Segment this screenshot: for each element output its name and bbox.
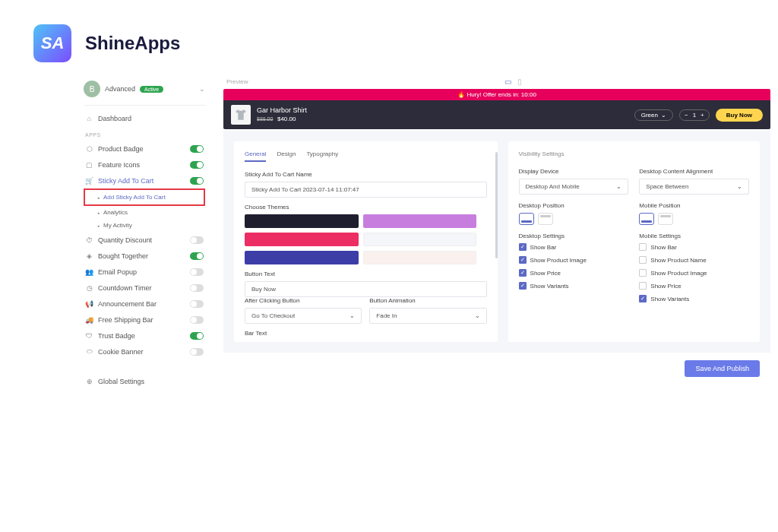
- checkbox[interactable]: ✓: [639, 295, 647, 302]
- check-item[interactable]: ✓Show Price: [519, 269, 629, 277]
- nav-icon: ⬡: [85, 144, 93, 153]
- theme-swatch[interactable]: [245, 214, 359, 228]
- toggle[interactable]: [190, 300, 204, 308]
- nav-global-settings[interactable]: ⊕ Global Settings: [84, 373, 205, 389]
- theme-swatch[interactable]: [245, 233, 359, 246]
- toggle[interactable]: [190, 316, 204, 324]
- checkbox[interactable]: ✓: [519, 243, 527, 251]
- checkbox[interactable]: [639, 243, 647, 251]
- nav-icon: ◈: [85, 252, 93, 260]
- variant-value: Green: [641, 112, 658, 119]
- visibility-title: Visibility Settings: [519, 150, 749, 157]
- promo-banner: 🔥 Hury! Offer ends in: 10:00: [223, 89, 770, 100]
- buy-now-button[interactable]: Buy Now: [716, 109, 763, 122]
- check-item[interactable]: Show Bar: [639, 243, 749, 251]
- dot-icon: ●: [97, 211, 100, 215]
- chevron-down-icon: ⌄: [661, 112, 666, 119]
- nav-item[interactable]: ◷Countdown Timer: [84, 280, 205, 296]
- nav-icon: ◷: [85, 283, 93, 292]
- anim-select[interactable]: Fade In ⌄: [369, 308, 486, 324]
- name-input[interactable]: [245, 182, 487, 198]
- pos-bottom[interactable]: [519, 213, 534, 225]
- nav-subitem[interactable]: ●Add Sticky Add To Cart: [84, 188, 205, 206]
- desktop-icon[interactable]: ▭: [504, 78, 511, 86]
- button-text-input[interactable]: [245, 281, 487, 297]
- preview-label: Preview: [226, 78, 248, 85]
- nav-item[interactable]: 📢Announcement Bar: [84, 296, 205, 312]
- dot-icon: ●: [97, 195, 100, 200]
- toggle[interactable]: [190, 161, 204, 169]
- nav-item[interactable]: ⏱Quantity Discount: [84, 232, 205, 248]
- nav-item[interactable]: ◈Bought Together: [84, 248, 205, 264]
- pos-top[interactable]: [538, 213, 553, 225]
- theme-swatch[interactable]: [363, 233, 477, 246]
- theme-swatch[interactable]: [245, 251, 359, 264]
- nav-label: Feature Icons: [98, 161, 140, 169]
- nav-item[interactable]: ▢Feature Icons: [84, 157, 205, 173]
- checkbox[interactable]: ✓: [519, 282, 527, 290]
- minus-icon[interactable]: −: [685, 112, 688, 119]
- theme-swatch[interactable]: [363, 251, 477, 264]
- check-item[interactable]: Show Product Name: [639, 256, 749, 264]
- sticky-cart-preview: Gar Harbor Shirt $88.00 $40.00 Green ⌄ −…: [223, 100, 770, 129]
- display-device-select[interactable]: Desktop And Mobile ⌄: [519, 179, 629, 195]
- mobile-settings-label: Mobile Settings: [639, 233, 749, 239]
- save-publish-button[interactable]: Save And Publish: [685, 360, 760, 377]
- plus-icon[interactable]: +: [701, 112, 704, 119]
- home-icon: ⌂: [85, 114, 93, 122]
- check-item[interactable]: ✓Show Bar: [519, 243, 629, 251]
- check-item[interactable]: Show Product Image: [639, 269, 749, 277]
- toggle[interactable]: [190, 145, 204, 153]
- page-header: SA ShineApps: [0, 0, 778, 78]
- settings-tabs: General Design Typography: [245, 150, 487, 162]
- toggle[interactable]: [190, 177, 204, 185]
- toggle[interactable]: [190, 252, 204, 260]
- themes-label: Choose Themes: [245, 204, 487, 211]
- tab-general[interactable]: General: [245, 150, 266, 162]
- nav-item[interactable]: ⬡Product Badge: [84, 141, 205, 157]
- theme-swatches: [245, 214, 487, 264]
- content-align-label: Desktop Content Alignment: [639, 168, 749, 175]
- check-item[interactable]: Show Price: [639, 282, 749, 290]
- after-click-label: After Clicking Button: [245, 297, 362, 304]
- mobile-icon[interactable]: ▯: [517, 78, 522, 86]
- tab-design[interactable]: Design: [277, 150, 296, 162]
- content-align-select[interactable]: Space Between ⌄: [639, 179, 749, 195]
- toggle[interactable]: [190, 268, 204, 276]
- toggle[interactable]: [190, 332, 204, 340]
- quantity-stepper[interactable]: − 1 +: [679, 109, 710, 121]
- check-item[interactable]: ✓Show Variants: [639, 295, 749, 302]
- after-click-select[interactable]: Go To Checkout ⌄: [245, 308, 362, 324]
- nav-subitem[interactable]: ●Analytics: [84, 206, 205, 219]
- scrollbar[interactable]: [495, 152, 498, 258]
- variant-select[interactable]: Green ⌄: [634, 109, 673, 121]
- nav-item[interactable]: 🛡Trust Badge: [84, 328, 205, 344]
- nav-item[interactable]: ⬭Cookie Banner: [84, 344, 205, 359]
- checkbox[interactable]: [639, 269, 647, 277]
- preview-header: Preview ▭ ▯: [223, 78, 770, 89]
- toggle[interactable]: [190, 284, 204, 292]
- nav-subitem[interactable]: ●My Activity: [84, 219, 205, 232]
- check-item[interactable]: ✓Show Variants: [519, 282, 629, 290]
- check-label: Show Price: [650, 283, 681, 290]
- pos-bottom[interactable]: [639, 213, 654, 225]
- footer: Save And Publish: [223, 353, 770, 377]
- tab-typography[interactable]: Typography: [306, 150, 338, 162]
- pos-top[interactable]: [658, 213, 673, 225]
- toggle[interactable]: [190, 236, 204, 244]
- theme-swatch[interactable]: [363, 214, 477, 228]
- toggle[interactable]: [190, 348, 204, 356]
- subitem-label: My Activity: [103, 222, 132, 229]
- checkbox[interactable]: [639, 256, 647, 264]
- nav-item[interactable]: 🛒Sticky Add To Cart: [84, 173, 205, 188]
- nav-dashboard[interactable]: ⌂ Dashboard: [84, 110, 205, 126]
- nav-item[interactable]: 👥Email Popup: [84, 264, 205, 280]
- checkbox[interactable]: [639, 282, 647, 290]
- checkbox[interactable]: ✓: [519, 256, 527, 264]
- old-price: $88.00: [257, 116, 273, 122]
- account-switcher[interactable]: B Advanced Active ⌄: [84, 78, 205, 106]
- nav-item[interactable]: 🚚Free Shipping Bar: [84, 312, 205, 328]
- plan-label: Advanced: [105, 85, 135, 93]
- checkbox[interactable]: ✓: [519, 269, 527, 277]
- check-item[interactable]: ✓Show Product Image: [519, 256, 629, 264]
